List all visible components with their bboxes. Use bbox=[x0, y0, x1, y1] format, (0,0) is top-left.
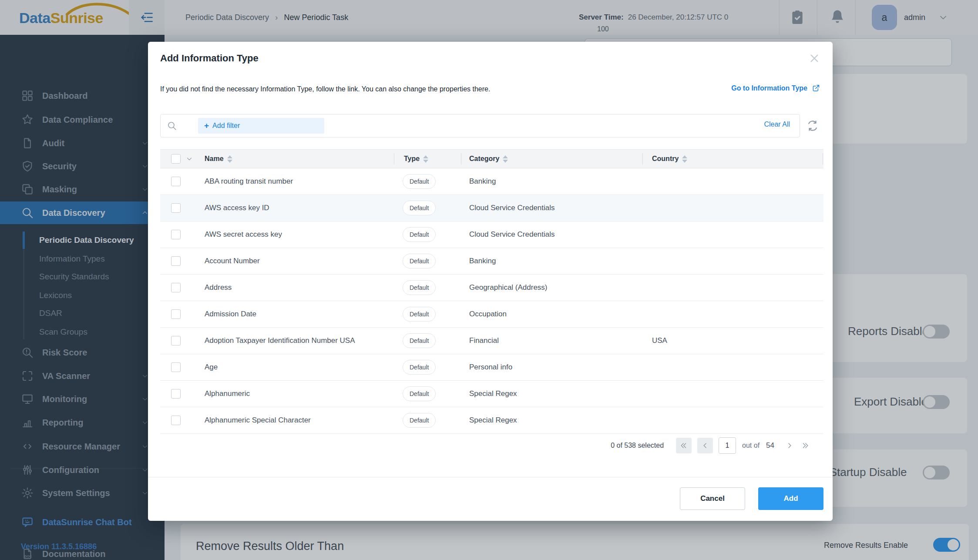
table-row[interactable]: Adoption Taxpayer Identification Number … bbox=[160, 328, 823, 354]
type-badge: Default bbox=[403, 360, 436, 375]
add-filter-button[interactable]: + Add filter bbox=[198, 118, 324, 134]
sort-icon[interactable] bbox=[227, 155, 232, 163]
table-row[interactable]: AWS access key IDDefaultCloud Service Cr… bbox=[160, 195, 823, 221]
app-screen: DataSunrise Periodic Data Discovery › Ne… bbox=[0, 0, 978, 560]
sort-icon[interactable] bbox=[423, 155, 428, 163]
add-filter-label: Add filter bbox=[212, 122, 240, 130]
table-row[interactable]: ABA routing transit numberDefaultBanking bbox=[160, 168, 823, 195]
double-chevron-right-icon bbox=[801, 441, 810, 450]
row-checkbox[interactable] bbox=[171, 283, 181, 292]
table-row[interactable]: AgeDefaultPersonal info bbox=[160, 354, 823, 381]
cell-name: AWS access key ID bbox=[205, 204, 269, 212]
chevron-right-icon bbox=[785, 441, 794, 450]
cell-name: Alphanumeric bbox=[205, 389, 250, 398]
add-button[interactable]: Add bbox=[758, 487, 823, 510]
cell-category: Cloud Service Credentials bbox=[469, 204, 555, 212]
column-header-type[interactable]: Type bbox=[404, 150, 428, 168]
column-header-category[interactable]: Category bbox=[469, 150, 508, 168]
cancel-button[interactable]: Cancel bbox=[680, 487, 745, 510]
cell-name: Alphanumeric Special Character bbox=[205, 416, 311, 425]
cell-category: Special Regex bbox=[469, 416, 517, 425]
column-label: Type bbox=[404, 155, 420, 163]
first-page-button[interactable] bbox=[676, 438, 692, 453]
cell-category: Banking bbox=[469, 257, 496, 265]
table-header: Name Type Category Country bbox=[160, 149, 823, 168]
close-icon[interactable] bbox=[807, 51, 821, 65]
modal-title: Add Information Type bbox=[160, 53, 259, 64]
last-page-button[interactable] bbox=[800, 438, 811, 453]
cell-category: Special Regex bbox=[469, 389, 517, 398]
sort-icon[interactable] bbox=[503, 155, 508, 163]
chevron-left-icon bbox=[701, 441, 709, 450]
select-all-checkbox[interactable] bbox=[171, 154, 181, 164]
refresh-icon[interactable] bbox=[806, 119, 819, 132]
modal-subtitle: If you did not find the necessary Inform… bbox=[160, 85, 490, 93]
table-row[interactable]: Admission DateDefaultOccupation bbox=[160, 301, 823, 328]
next-page-button[interactable] bbox=[784, 438, 795, 453]
row-checkbox[interactable] bbox=[171, 256, 181, 266]
cell-category: Banking bbox=[469, 177, 496, 186]
double-chevron-left-icon bbox=[679, 441, 688, 450]
table-row[interactable]: Account NumberDefaultBanking bbox=[160, 248, 823, 275]
pagination: 0 of 538 selected out of 54 bbox=[611, 437, 815, 454]
cell-name: Admission Date bbox=[205, 310, 256, 319]
type-badge: Default bbox=[403, 201, 436, 215]
select-menu-chevron-down-icon[interactable] bbox=[185, 155, 193, 163]
type-badge: Default bbox=[403, 333, 436, 348]
column-divider bbox=[394, 153, 394, 164]
type-badge: Default bbox=[403, 254, 436, 268]
plus-icon: + bbox=[204, 121, 209, 131]
column-header-country[interactable]: Country bbox=[652, 150, 687, 168]
column-divider bbox=[823, 153, 823, 164]
cell-name: Age bbox=[205, 363, 218, 372]
type-badge: Default bbox=[403, 307, 436, 322]
table-row[interactable]: AWS secret access keyDefaultCloud Servic… bbox=[160, 221, 823, 248]
page-number-input[interactable] bbox=[719, 437, 736, 454]
table-row[interactable]: AlphanumericDefaultSpecial Regex bbox=[160, 381, 823, 407]
column-divider bbox=[642, 153, 643, 164]
search-icon bbox=[167, 121, 177, 131]
column-label: Country bbox=[652, 155, 679, 163]
selected-count: 0 of 538 selected bbox=[611, 442, 664, 449]
cell-category: Occupation bbox=[469, 310, 507, 319]
column-label: Category bbox=[469, 155, 499, 163]
cell-name: AWS secret access key bbox=[205, 230, 282, 239]
cell-name: Adoption Taxpayer Identification Number … bbox=[205, 336, 355, 345]
row-checkbox[interactable] bbox=[171, 203, 181, 213]
row-checkbox[interactable] bbox=[171, 389, 181, 399]
table-row[interactable]: Alphanumeric Special CharacterDefaultSpe… bbox=[160, 407, 823, 434]
add-information-type-modal: Add Information Type If you did not find… bbox=[148, 42, 833, 521]
out-of-label: out of bbox=[742, 442, 760, 449]
external-link-icon bbox=[811, 84, 820, 93]
type-badge: Default bbox=[403, 413, 436, 428]
modal-footer: Cancel Add bbox=[148, 477, 833, 521]
information-types-table: Name Type Category Country bbox=[160, 149, 823, 434]
row-checkbox[interactable] bbox=[171, 177, 181, 186]
table-row[interactable]: AddressDefaultGeographical (Address) bbox=[160, 275, 823, 301]
link-label: Go to Information Type bbox=[731, 84, 807, 92]
go-to-information-type-link[interactable]: Go to Information Type bbox=[731, 84, 820, 93]
sort-icon[interactable] bbox=[682, 155, 687, 163]
filter-bar: + Add filter Clear All bbox=[160, 114, 800, 137]
row-checkbox[interactable] bbox=[171, 416, 181, 425]
column-header-name[interactable]: Name bbox=[205, 150, 232, 168]
type-badge: Default bbox=[403, 174, 436, 189]
cell-name: ABA routing transit number bbox=[205, 177, 293, 186]
row-checkbox[interactable] bbox=[171, 336, 181, 345]
total-pages: 54 bbox=[766, 441, 774, 450]
cell-name: Address bbox=[205, 283, 232, 292]
row-checkbox[interactable] bbox=[171, 309, 181, 319]
clear-all-button[interactable]: Clear All bbox=[764, 121, 790, 128]
type-badge: Default bbox=[403, 386, 436, 401]
cell-country: USA bbox=[652, 336, 667, 345]
row-checkbox[interactable] bbox=[171, 362, 181, 372]
cell-category: Geographical (Address) bbox=[469, 283, 548, 292]
cell-category: Personal info bbox=[469, 363, 512, 372]
type-badge: Default bbox=[403, 227, 436, 242]
column-label: Name bbox=[205, 155, 224, 163]
cell-category: Cloud Service Credentials bbox=[469, 230, 555, 239]
row-checkbox[interactable] bbox=[171, 230, 181, 239]
cell-name: Account Number bbox=[205, 257, 260, 265]
table-body: ABA routing transit numberDefaultBanking… bbox=[160, 168, 823, 434]
previous-page-button[interactable] bbox=[697, 438, 713, 453]
